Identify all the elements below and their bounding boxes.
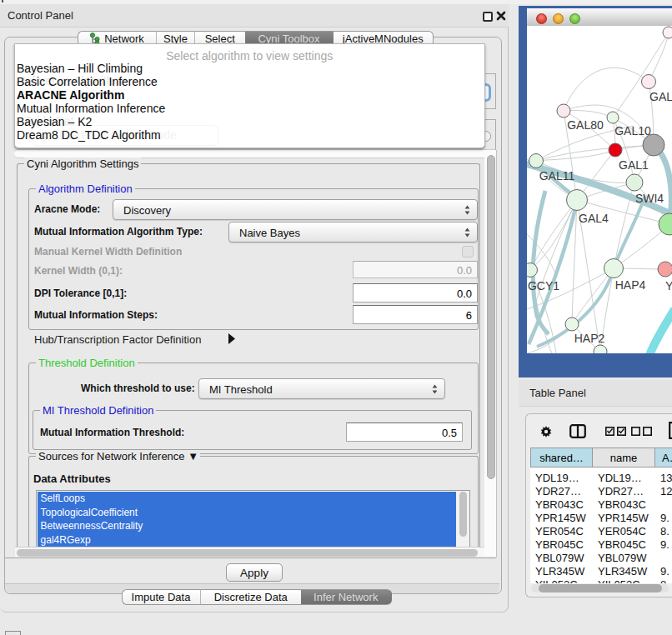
svg-text:GAL4: GAL4: [579, 212, 609, 225]
svg-text:SWI4: SWI4: [635, 192, 664, 205]
svg-text:YM: YM: [665, 279, 672, 292]
svg-text:GAL11: GAL11: [539, 169, 575, 182]
svg-text:GAL10: GAL10: [614, 124, 651, 138]
svg-text:HAP2: HAP2: [574, 332, 605, 345]
svg-text:GAL1: GAL1: [619, 158, 649, 172]
svg-text:GCY1: GCY1: [528, 279, 559, 292]
svg-text:HAP4: HAP4: [615, 278, 646, 292]
svg-text:GAL80: GAL80: [567, 118, 604, 132]
svg-text:GAL7: GAL7: [649, 90, 672, 103]
